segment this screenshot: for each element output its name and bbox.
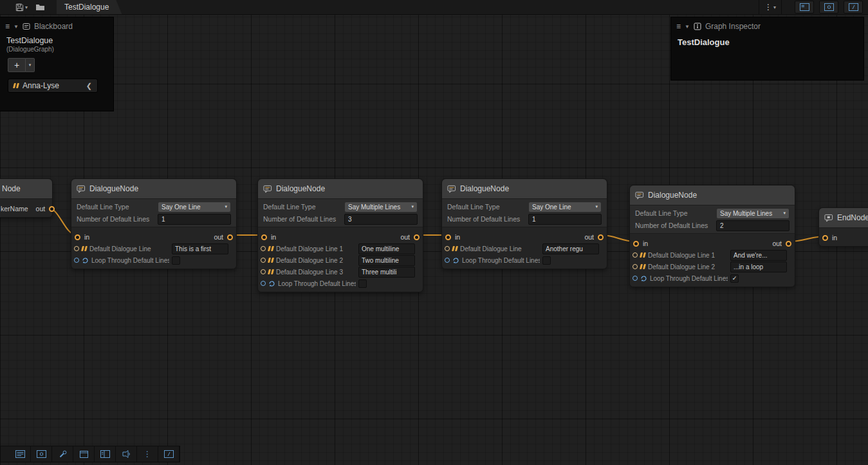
loop-label: Loop Through Default Lines? — [650, 275, 728, 282]
split-view-button[interactable] — [95, 446, 116, 462]
dialogue-line-port[interactable] — [445, 246, 450, 251]
hamburger-icon[interactable]: ≡ — [5, 23, 10, 30]
loop-checkbox[interactable] — [542, 256, 551, 265]
loop-checkbox[interactable]: ✓ — [730, 274, 739, 283]
blackboard-header[interactable]: ≡ ▼ Blackboard — [0, 17, 113, 33]
code-button[interactable] — [158, 446, 180, 462]
inspector-title: Graph Inspector — [705, 22, 761, 31]
dialogue-preview-button[interactable] — [116, 446, 137, 462]
inspector-header[interactable]: ≡ ▼ Graph Inspector — [671, 17, 863, 33]
graph-tab-label: TestDialogue — [64, 3, 109, 12]
window-button[interactable] — [73, 446, 95, 462]
in-port[interactable] — [261, 234, 267, 240]
top-toolbar: ▾ TestDialogue ⋮ ▾ — [0, 0, 868, 15]
loop-checkbox[interactable] — [172, 256, 180, 265]
loop-port[interactable] — [633, 276, 638, 281]
end-node-icon — [824, 214, 833, 222]
in-port[interactable] — [633, 241, 639, 247]
tools-button[interactable] — [52, 446, 73, 462]
node-title-label: DialogueNode — [89, 184, 138, 193]
dialogue-line-label: Default Dialogue Line 2 — [648, 263, 728, 270]
console-icon — [15, 450, 25, 458]
node-ports: in out Default Dialogue Line This is a f… — [71, 227, 236, 269]
out-port[interactable] — [786, 241, 791, 247]
collapse-arrow-icon[interactable]: ▼ — [685, 24, 690, 30]
graph-tab[interactable]: TestDialogue — [57, 0, 122, 14]
dialogue-line-port[interactable] — [261, 269, 266, 274]
dialogue-node-icon — [263, 185, 272, 193]
dialogue-node-icon — [635, 191, 644, 200]
add-property-dropdown[interactable]: ▾ — [26, 58, 35, 72]
dialogue-node-2[interactable]: DialogueNode Default Line Type Say Multi… — [257, 178, 423, 292]
dialogue-line-field[interactable]: ...in a loop — [730, 261, 787, 272]
line-type-label: Default Line Type — [635, 209, 712, 217]
graph-inspector-panel: ≡ ▼ Graph Inspector TestDialogue — [671, 17, 863, 80]
node-properties: Default Line Type Say One Line▾ Number o… — [71, 199, 236, 227]
node-properties: Default Line Type Say Multiple Lines▾ Nu… — [258, 199, 423, 227]
dialogue-node-3[interactable]: DialogueNode Default Line Type Say One L… — [441, 178, 607, 269]
num-lines-field[interactable]: 1 — [158, 214, 231, 225]
speaker-node-partial[interactable]: Node kerName out — [0, 178, 53, 218]
dialogue-line-field[interactable]: Another regu — [542, 243, 599, 254]
num-lines-field[interactable]: 3 — [344, 214, 418, 225]
loop-label: Loop Through Default Lines? — [278, 280, 356, 287]
dialogue-line-field[interactable]: Three multili — [358, 267, 415, 278]
loop-checkbox[interactable] — [358, 280, 367, 288]
dialogue-line-field[interactable]: And we're... — [730, 250, 787, 261]
loop-port[interactable] — [74, 258, 79, 263]
dialogue-node-1[interactable]: DialogueNode Default Line Type Say One L… — [71, 178, 237, 269]
dialogue-line-port[interactable] — [633, 252, 638, 258]
in-port[interactable] — [75, 234, 80, 240]
in-port[interactable] — [445, 234, 451, 240]
inspector-toggle-button[interactable] — [819, 1, 838, 14]
blackboard-toggle-button[interactable] — [795, 1, 814, 14]
dialogue-node-4[interactable]: DialogueNode Default Line Type Say Multi… — [629, 185, 795, 287]
quote-icon — [268, 269, 273, 274]
num-lines-field[interactable]: 1 — [528, 214, 602, 225]
dialogue-line-port[interactable] — [74, 246, 79, 251]
node-ports: in — [819, 228, 868, 246]
loop-port[interactable] — [445, 258, 450, 263]
end-node[interactable]: EndNode in — [818, 207, 868, 247]
in-port[interactable] — [822, 235, 828, 241]
quote-icon — [268, 246, 273, 251]
add-property-button[interactable]: + — [8, 58, 26, 72]
chevron-left-icon[interactable]: ❮ — [86, 82, 92, 90]
dialogue-line-field[interactable]: This is a first — [172, 243, 228, 254]
collapse-arrow-icon[interactable]: ▼ — [14, 24, 19, 30]
line-type-dropdown[interactable]: Say Multiple Lines▾ — [344, 202, 418, 213]
save-button[interactable]: ▾ — [13, 1, 30, 14]
inspector-icon — [37, 450, 46, 458]
out-port-label: out — [214, 233, 223, 241]
toolbar-menu-button[interactable]: ⋮ ▾ — [759, 0, 782, 14]
dialogue-line-port[interactable] — [261, 258, 266, 263]
dialogue-line-field[interactable]: One multiline — [358, 243, 415, 254]
line-type-dropdown[interactable]: Say One Line▾ — [158, 202, 231, 213]
more-options-button[interactable]: ⋮ — [137, 446, 158, 462]
loop-port[interactable] — [261, 281, 266, 286]
blackboard-field-anna-lyse[interactable]: Anna-Lyse ❮ — [8, 79, 98, 93]
loop-label: Loop Through Default Lines? — [91, 257, 169, 264]
dialogue-line-label: Default Dialogue Line — [89, 245, 169, 252]
dialogue-line-port[interactable] — [261, 246, 266, 251]
line-type-dropdown[interactable]: Say One Line▾ — [528, 202, 602, 213]
open-asset-button[interactable] — [33, 1, 48, 14]
num-lines-field[interactable]: 2 — [716, 220, 790, 231]
quote-icon — [452, 246, 457, 251]
out-port[interactable] — [414, 234, 420, 240]
quote-icon — [640, 264, 645, 269]
hamburger-icon[interactable]: ≡ — [676, 23, 681, 30]
inspector-button[interactable] — [31, 446, 52, 462]
out-port[interactable] — [49, 206, 55, 212]
dialogue-line-field[interactable]: Two multiline — [358, 255, 415, 266]
save-icon — [15, 3, 24, 12]
dialogue-line-port[interactable] — [633, 264, 638, 269]
node-properties: Default Line Type Say Multiple Lines▾ Nu… — [630, 205, 795, 234]
node-title-label: DialogueNode — [276, 184, 325, 193]
out-port[interactable] — [598, 234, 604, 240]
console-button[interactable] — [10, 446, 31, 462]
code-preview-button[interactable] — [844, 1, 863, 14]
out-port[interactable] — [227, 234, 233, 240]
in-port-label: in — [455, 233, 460, 241]
line-type-dropdown[interactable]: Say Multiple Lines▾ — [716, 208, 790, 219]
